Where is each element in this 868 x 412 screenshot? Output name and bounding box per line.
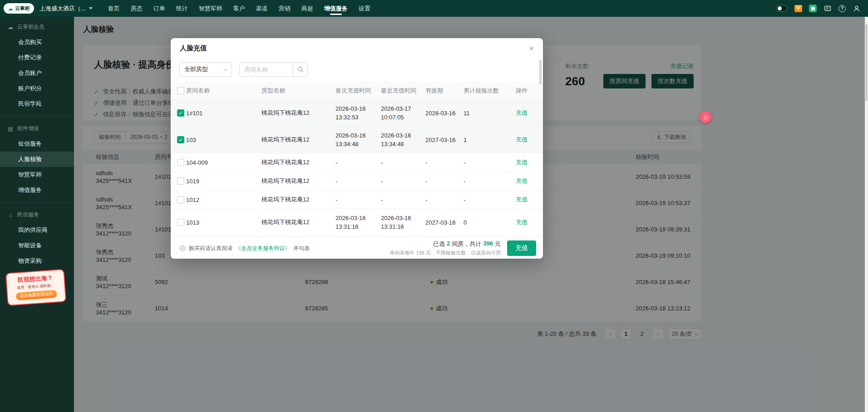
room-name-input[interactable]: [239, 62, 293, 77]
nav-item-settings[interactable]: 设置: [359, 0, 370, 17]
row-checkbox[interactable]: [177, 109, 184, 117]
agreement-text: 并勾选: [293, 245, 310, 252]
sidebar-item-member-account[interactable]: 会员账户: [0, 65, 74, 81]
sidebar-item-account-points[interactable]: 账户积分: [0, 81, 74, 96]
recharge-link[interactable]: 充值: [516, 109, 528, 116]
modal-table-row[interactable]: 103 桃花坞下桃花庵12 2026-03-1613:34:48 2026-03…: [171, 127, 543, 153]
recharge-link[interactable]: 充值: [516, 136, 528, 143]
user-icon[interactable]: [853, 5, 861, 13]
sidebar-item-homestay-academy[interactable]: 民宿学苑: [0, 96, 74, 112]
nav-item-home[interactable]: 首页: [108, 0, 120, 17]
nav-item-room-status[interactable]: 房态: [131, 0, 143, 17]
help-icon[interactable]: ?: [838, 5, 846, 12]
summary-text: 元: [495, 240, 501, 248]
col-room-name: 房间名称: [186, 87, 261, 95]
nav-item-marketing[interactable]: 营销: [279, 0, 291, 17]
modal-table-row[interactable]: 1#101 桃花坞下桃花庵12 2026-03-1613:32:53 2026-…: [171, 100, 543, 127]
nav-item-statistics[interactable]: 统计: [176, 0, 188, 17]
nav-item-value-added-services[interactable]: 增值服务: [324, 0, 348, 17]
app-logo[interactable]: ☁ 云掌柜: [4, 3, 34, 14]
verification-count: 1: [464, 137, 516, 143]
search-button[interactable]: [293, 62, 308, 77]
sidebar-item-smart-devices[interactable]: 智能设备: [0, 238, 74, 253]
nav-item-smart-advisor[interactable]: 智慧军师: [199, 0, 222, 17]
nav-item-channels[interactable]: 渠道: [256, 0, 268, 17]
room-name: 1013: [186, 219, 261, 226]
hotel-selector[interactable]: 上海盛大酒店（...: [39, 5, 93, 13]
agreement-radio[interactable]: [179, 245, 186, 251]
sidebar-section-membership: ☁ 云掌柜会员 会员购买 付费记录 会员账户 账户积分 民宿学苑: [0, 17, 74, 112]
green-app-icon[interactable]: [809, 5, 817, 12]
modal-table-row[interactable]: 1013 桃花坞下桃花庵12 2026-03-1613:31:16 2026-0…: [171, 209, 543, 236]
search-icon: [297, 66, 304, 73]
section-title: 民宿服务: [17, 211, 39, 219]
room-type-select[interactable]: 全部房型: [179, 62, 232, 77]
sidebar-item-member-purchase[interactable]: 会员购买: [0, 34, 74, 50]
select-all-checkbox[interactable]: [177, 87, 184, 94]
verification-count: 11: [464, 110, 516, 117]
room-type-value: 全部房型: [184, 65, 208, 74]
row-checkbox[interactable]: [177, 219, 184, 226]
close-icon[interactable]: ×: [527, 43, 536, 54]
floating-assistant-widget[interactable]: ☺: [700, 111, 711, 123]
homestay-icon: ⌂: [7, 212, 14, 218]
recharge-link[interactable]: 充值: [516, 196, 528, 203]
first-recharge-time: -: [335, 158, 381, 167]
sidebar-item-payment-records[interactable]: 付费记录: [0, 50, 74, 65]
confirm-recharge-button[interactable]: 充值: [507, 240, 536, 256]
promo-cta-button[interactable]: 点击免费试用30天: [16, 290, 57, 300]
room-name: 1012: [186, 196, 261, 203]
face-recharge-modal: 人脸充值 × 全部房型 房间名称 房型名称 首次充值时间 最近充值时间 有效期 …: [171, 38, 543, 259]
mode-badge-icon[interactable]: [776, 5, 788, 12]
summary-text: 间房，共计: [452, 240, 481, 248]
agreement-text: 购买前请认真阅读: [189, 245, 232, 252]
col-room-type: 房型名称: [261, 87, 335, 95]
software-icon: ▤: [7, 126, 14, 132]
recent-recharge-time: -: [381, 177, 425, 186]
sidebar-section-software: ▤ 软件增值 短信服务 人脸核验 智慧军师 增值服务: [0, 116, 74, 198]
recent-recharge-time: -: [381, 158, 425, 167]
sidebar-item-value-added-service[interactable]: 增值服务: [0, 182, 74, 198]
recharge-link[interactable]: 充值: [516, 159, 528, 166]
modal-scrollbar[interactable]: [539, 60, 542, 84]
recent-recharge-time: 2026-03-1613:31:16: [381, 214, 425, 231]
overseas-promo-badge[interactable]: 民宿想出海？ 就用「新智云·国际版」 点击免费试用30天: [5, 269, 67, 306]
row-checkbox[interactable]: [177, 136, 184, 143]
modal-table-row[interactable]: 1012 桃花坞下桃花庵12 - - - - 充值: [171, 191, 543, 209]
valid-until: -: [425, 196, 464, 203]
sidebar-item-smart-advisor[interactable]: 智慧军师: [0, 167, 74, 182]
recharge-room-table: 房间名称 房型名称 首次充值时间 最近充值时间 有效期 累计核验次数 操作 1#…: [171, 82, 543, 236]
chevron-down-icon: [89, 7, 93, 10]
room-type: 桃花坞下桃花庵12: [261, 109, 335, 117]
sidebar-item-my-suppliers[interactable]: 我的供应商: [0, 222, 74, 238]
modal-title: 人脸充值: [180, 44, 207, 52]
page-scrollbar-thumb[interactable]: [865, 24, 868, 101]
section-title: 软件增值: [17, 125, 39, 132]
valid-until: 2027-03-16: [425, 137, 464, 143]
room-name: 103: [186, 137, 261, 143]
col-total-verifications: 累计核验次数: [464, 87, 516, 95]
page-scrollbar[interactable]: [865, 17, 868, 412]
modal-table-row[interactable]: 104-009 桃花坞下桃花庵12 - - - - 充值: [171, 153, 543, 172]
valid-until: -: [425, 178, 464, 185]
sidebar-item-sms-service[interactable]: 短信服务: [0, 136, 74, 152]
sidebar-item-face-verification[interactable]: 人脸核验: [0, 152, 74, 167]
row-checkbox[interactable]: [177, 196, 184, 203]
message-icon[interactable]: [824, 5, 832, 13]
room-name: 1019: [186, 178, 261, 185]
first-recharge-time: -: [335, 196, 381, 204]
row-checkbox[interactable]: [177, 159, 184, 166]
sidebar-item-material-procurement[interactable]: 物资采购: [0, 253, 74, 269]
room-name: 104-009: [186, 159, 261, 166]
modal-table-row[interactable]: 1019 桃花坞下桃花庵12 - - - - 充值: [171, 172, 543, 191]
agreement-link[interactable]: 《会员业务服务协议》: [236, 245, 290, 252]
col-action: 操作: [516, 87, 543, 95]
recharge-link[interactable]: 充值: [516, 177, 528, 184]
recharge-link[interactable]: 充值: [516, 219, 528, 226]
nav-item-customers[interactable]: 客户: [233, 0, 245, 17]
nav-item-orders[interactable]: 订单: [153, 0, 165, 17]
row-checkbox[interactable]: [177, 177, 184, 185]
room-type: 桃花坞下桃花庵12: [261, 177, 335, 185]
nav-item-mall[interactable]: 商超: [301, 0, 313, 17]
vip-icon[interactable]: V: [794, 5, 802, 12]
